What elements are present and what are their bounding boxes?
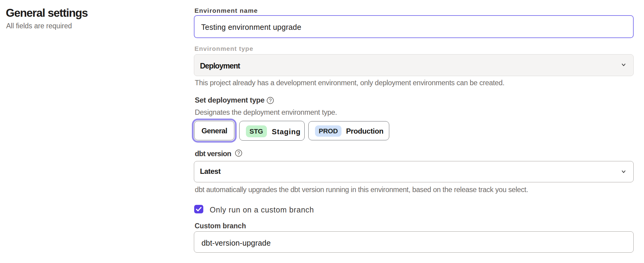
svg-text:?: ? — [269, 98, 271, 103]
svg-text:?: ? — [237, 150, 240, 156]
